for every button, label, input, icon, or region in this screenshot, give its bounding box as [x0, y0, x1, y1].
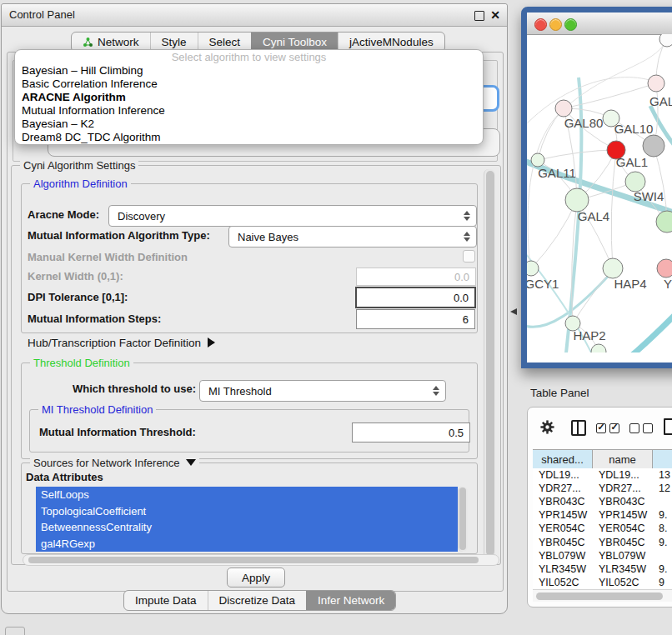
mi-threshold-label: Mutual Information Threshold:: [39, 426, 196, 438]
mi-threshold-value: 0.5: [449, 427, 464, 439]
table-panel-title: Table Panel: [530, 387, 589, 399]
network-edge[interactable]: [531, 200, 577, 268]
tab-label: Infer Network: [318, 592, 384, 610]
manual-kernel-width-checkbox[interactable]: [463, 250, 475, 262]
network-node-gal11[interactable]: [531, 153, 544, 167]
tab-infer-network[interactable]: Infer Network: [306, 591, 395, 610]
checked-checkbox-icon: [609, 423, 619, 433]
attribute-item-gal4rgexp[interactable]: gal4RGexp: [36, 536, 458, 552]
network-canvas[interactable]: GALGAL80GAL10GAL11GAL1GAL4SWI4GCY1HAP4YH…: [527, 34, 672, 352]
aracne-mode-combobox[interactable]: Discovery: [108, 205, 477, 227]
table-cell: 12: [653, 482, 672, 495]
export-table-icon[interactable]: [664, 418, 672, 435]
table-row[interactable]: YIL052CYIL052C9: [533, 576, 672, 589]
threshold-definition-title: Threshold Definition: [30, 357, 133, 369]
float-window-icon[interactable]: [474, 11, 484, 21]
algorithm-option-bayesian-hill-climbing[interactable]: Bayesian – Hill Climbing: [15, 64, 483, 78]
network-node[interactable]: [643, 135, 664, 157]
settings-hscrollbar[interactable]: [23, 554, 499, 566]
table-row[interactable]: YBL079WYBL079W: [533, 549, 672, 562]
table-row[interactable]: YDR27...YDR27...12: [533, 482, 672, 495]
node-label-gcy1: GCY1: [527, 277, 559, 291]
which-threshold-value: MI Threshold: [208, 385, 272, 398]
table-row[interactable]: YER054CYER054C8.: [533, 522, 672, 535]
collapsed-arrow-icon: [208, 338, 215, 348]
mi-type-label: Mutual Information Algorithm Type:: [28, 229, 210, 242]
network-node-gal4[interactable]: [565, 188, 589, 212]
network-node[interactable]: [659, 34, 672, 47]
table-hscrollbar-thumb[interactable]: [536, 592, 663, 600]
close-icon[interactable]: ✕: [490, 8, 500, 22]
attribute-item-topologicalcoefficient[interactable]: TopologicalCoefficient: [36, 503, 458, 520]
network-window-titlebar[interactable]: [527, 12, 672, 35]
settings-scrollbar-thumb[interactable]: [486, 171, 494, 556]
network-node-gal[interactable]: [648, 75, 664, 92]
table-row[interactable]: YPR145WYPR145W9.: [533, 508, 672, 522]
table-row[interactable]: YDL19...YDL19...13: [533, 468, 672, 482]
dpi-tolerance-input[interactable]: 0.0: [355, 287, 476, 308]
table-row[interactable]: YLR345WYLR345W9.: [533, 562, 672, 576]
dropdown-placeholder: Select algorithm to view settings: [15, 50, 483, 64]
control-panel-titlebar[interactable]: Control Panel ✕: [2, 4, 507, 27]
table-row[interactable]: YBR043CYBR043C: [533, 495, 672, 508]
algorithm-option-basic-correlation-inference[interactable]: Basic Correlation Inference: [15, 78, 483, 91]
table-settings-button[interactable]: [539, 419, 555, 438]
algorithm-option-bayesian-k2[interactable]: Bayesian – K2: [15, 118, 483, 131]
mi-type-combobox[interactable]: Naive Bayes: [228, 226, 477, 248]
mi-steps-input[interactable]: 6: [356, 309, 475, 329]
column-header-name[interactable]: name: [593, 450, 653, 468]
algorithm-option-mutual-information-inference[interactable]: Mutual Information Inference: [15, 104, 483, 118]
algorithm-definition-title: Algorithm Definition: [30, 178, 131, 190]
sources-group-title[interactable]: Sources for Network Inference: [30, 457, 199, 469]
deselect-all-columns-button[interactable]: [629, 423, 653, 433]
network-node[interactable]: [591, 344, 606, 352]
table-cell: [653, 549, 672, 562]
which-threshold-combobox[interactable]: MI Threshold: [199, 380, 446, 402]
network-edge[interactable]: [564, 83, 656, 108]
stepper-icon: [464, 232, 471, 242]
dropdown-items: Bayesian – Hill ClimbingBasic Correlatio…: [15, 64, 483, 143]
algorithm-option-dream8-dc-tdc-algorithm[interactable]: Dream8 DC_TDC Algorithm: [15, 131, 483, 144]
collapsed-panel-button[interactable]: [5, 627, 25, 635]
network-node-swi4[interactable]: [656, 211, 672, 232]
column-header-shared[interactable]: shared...: [533, 450, 593, 468]
attributes-scrollbar-thumb[interactable]: [459, 488, 466, 550]
network-edge-band: [620, 302, 672, 352]
network-edge[interactable]: [538, 150, 616, 160]
table-row[interactable]: YBR045CYBR045C9.: [533, 535, 672, 548]
zoom-traffic-light[interactable]: [564, 18, 577, 31]
node-label-hap2: HAP2: [573, 328, 605, 342]
hub-definition-toggle[interactable]: Hub/Transcription Factor Definition: [28, 337, 215, 349]
attributes-scrollbar[interactable]: [458, 487, 468, 552]
table-hscrollbar[interactable]: [533, 589, 672, 602]
table-cell: YPR145W: [593, 508, 653, 522]
table-cell: YBL079W: [533, 549, 593, 562]
column-header-a[interactable]: A: [653, 450, 672, 468]
table-cell: 9: [653, 576, 672, 589]
attribute-item-betweennesscentrality[interactable]: BetweennessCentrality: [36, 519, 458, 536]
attribute-item-selfloops[interactable]: SelfLoops: [36, 487, 458, 503]
mi-steps-value: 6: [463, 313, 469, 326]
split-columns-icon[interactable]: [571, 420, 586, 436]
table-cell: YBR043C: [533, 495, 593, 508]
minimize-traffic-light[interactable]: [549, 18, 562, 31]
close-traffic-light[interactable]: [534, 18, 547, 31]
manual-kernel-width-label: Manual Kernel Width Definition: [28, 251, 188, 263]
settings-hscrollbar-thumb[interactable]: [28, 557, 479, 563]
network-node-hap4[interactable]: [603, 258, 623, 278]
apply-button[interactable]: Apply: [227, 568, 285, 588]
data-attributes-list[interactable]: SelfLoopsTopologicalCoefficientBetweenne…: [36, 487, 458, 552]
algorithm-option-aracne-algorithm[interactable]: ARACNE Algorithm: [15, 91, 483, 104]
table-cell: YIL052C: [593, 576, 653, 589]
network-node-gcy1[interactable]: [527, 261, 539, 276]
network-node-y[interactable]: [657, 259, 672, 278]
mi-threshold-input[interactable]: 0.5: [352, 422, 470, 442]
tab-discretize-data[interactable]: Discretize Data: [208, 591, 307, 610]
tab-impute-data[interactable]: Impute Data: [124, 591, 208, 610]
settings-scrollbar[interactable]: [484, 169, 495, 559]
table-header-row: shared...nameA: [533, 449, 672, 469]
network-node-gal80[interactable]: [555, 100, 572, 117]
select-all-columns-button[interactable]: [596, 423, 619, 433]
mi-threshold-group-title: MI Threshold Definition: [38, 403, 156, 416]
kernel-width-input[interactable]: 0.0: [356, 268, 476, 286]
